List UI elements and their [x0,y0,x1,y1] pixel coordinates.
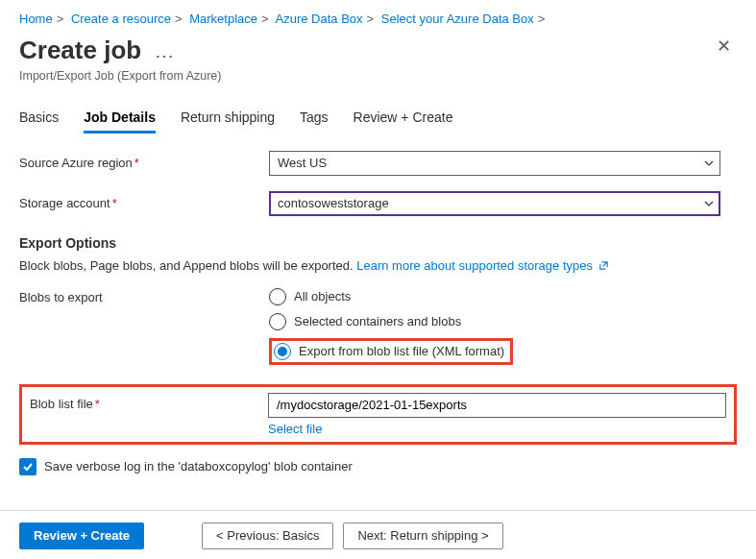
export-options-heading: Export Options [19,235,737,251]
learn-more-link[interactable]: Learn more about supported storage types [356,258,608,273]
tab-return-shipping[interactable]: Return shipping [181,104,275,134]
select-file-link[interactable]: Select file [268,422,322,436]
page-title: Create job [19,36,141,65]
storage-select[interactable]: contosoweststorage [269,191,720,216]
page-subtitle: Import/Export Job (Export from Azure) [19,69,737,83]
footer: Review + Create < Previous: Basics Next:… [0,510,756,559]
breadcrumb-link[interactable]: Home [19,12,53,26]
previous-button[interactable]: < Previous: Basics [202,523,333,549]
export-help-text: Block blobs, Page blobs, and Append blob… [19,258,737,273]
tab-basics[interactable]: Basics [19,104,59,134]
next-button[interactable]: Next: Return shipping > [343,523,502,549]
review-create-button[interactable]: Review + Create [19,523,144,549]
radio-export-xml[interactable]: Export from blob list file (XML format) [274,343,504,360]
tab-job-details[interactable]: Job Details [84,104,156,134]
close-icon[interactable]: ✕ [711,34,737,59]
region-select[interactable]: West US [269,151,720,176]
breadcrumb-link[interactable]: Azure Data Box [276,12,363,26]
blob-list-file-input[interactable] [268,393,726,418]
tabs: Basics Job Details Return shipping Tags … [19,104,737,134]
storage-label: Storage account* [19,196,269,210]
tab-tags[interactable]: Tags [300,104,329,134]
verbose-log-checkbox[interactable] [19,458,37,475]
tab-review-create[interactable]: Review + Create [354,104,453,134]
blobs-to-export-label: Blobs to export [19,288,269,304]
blob-list-file-label: Blob list file* [30,393,268,411]
region-label: Source Azure region* [19,156,269,170]
breadcrumb-link[interactable]: Select your Azure Data Box [381,12,534,26]
breadcrumb-link[interactable]: Create a resource [71,12,171,26]
breadcrumb-link[interactable]: Marketplace [189,12,257,26]
external-link-icon [598,260,609,271]
more-actions-icon[interactable]: ⋯ [155,45,174,66]
verbose-log-label: Save verbose log in the 'databoxcopylog'… [44,459,353,474]
breadcrumb: Home> Create a resource> Marketplace> Az… [19,12,737,26]
checkmark-icon [22,461,34,473]
radio-selected-containers[interactable]: Selected containers and blobs [269,313,737,330]
radio-all-objects[interactable]: All objects [269,288,737,305]
